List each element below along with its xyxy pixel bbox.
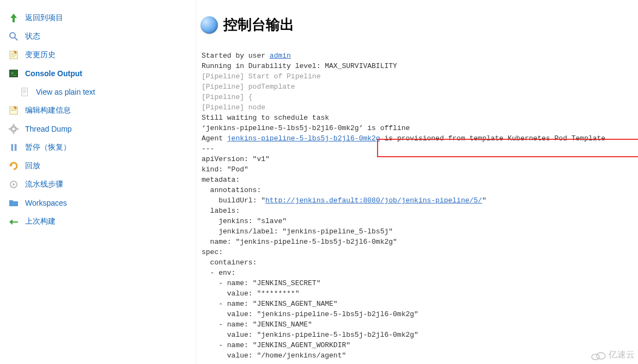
redo-arrow-icon: [8, 160, 20, 172]
page-heading: 控制台输出: [200, 15, 633, 34]
console-text: ‘jenkins-pipeline-5-lbs5j-b2jl6-0mk2g’ i…: [202, 124, 410, 132]
console-text: Agent: [202, 134, 227, 143]
sidebar-item-label: Thread Dump: [25, 125, 72, 133]
console-text: value: "jenkins-pipeline-5-lbs5j-b2jl6-0…: [202, 331, 418, 339]
sidebar-item-status[interactable]: 状态: [0, 27, 196, 46]
agent-link[interactable]: jenkins-pipeline-5-lbs5j-b2jl6-0mk2g: [227, 134, 380, 143]
sidebar-item-edit-build-info[interactable]: 编辑构建信息: [0, 101, 196, 120]
svg-rect-22: [11, 144, 14, 151]
console-text: ": [482, 196, 487, 205]
sidebar-item-label: Console Output: [25, 69, 82, 78]
sidebar-item-previous-build[interactable]: 上次构建: [0, 212, 196, 231]
gear-outline-icon: [8, 178, 20, 190]
console-text: is provisioned from template Kubernetes …: [380, 134, 605, 143]
sidebar-item-thread-dump[interactable]: Thread Dump: [0, 120, 196, 138]
console-text: buildUrl: ": [202, 196, 265, 205]
console-text: jenkins/label: "jenkins-pipeline_5-lbs5j…: [202, 227, 393, 236]
svg-text:>_: >_: [11, 71, 16, 76]
console-muted: [Pipeline] podTemplate: [202, 83, 295, 91]
console-text: Still waiting to schedule task: [202, 114, 329, 122]
console-text: annotations:: [202, 186, 261, 194]
sidebar-item-label: 回放: [25, 161, 40, 171]
console-muted: [Pipeline] {: [202, 93, 253, 101]
watermark: 亿速云: [590, 349, 635, 361]
notepad-icon: [8, 49, 20, 61]
svg-line-1: [15, 38, 17, 40]
up-arrow-icon: [8, 12, 20, 24]
console-text: kind: "Pod": [202, 165, 248, 174]
console-text: value: "/home/jenkins/agent": [202, 351, 346, 360]
console-muted: [Pipeline] node: [202, 103, 265, 112]
user-link[interactable]: admin: [270, 52, 291, 60]
notepad-pencil-icon: [8, 104, 20, 116]
sidebar-item-pipeline-steps[interactable]: 流水线步骤: [0, 175, 196, 194]
console-text: name: "jenkins-pipeline-5-lbs5j-b2jl6-0m…: [202, 238, 397, 246]
page-title: 控制台输出: [223, 15, 294, 34]
console-text: Running in Durability level: MAX_SURVIVA…: [202, 62, 397, 70]
sidebar-item-label: 变更历史: [25, 50, 56, 60]
svg-rect-23: [15, 144, 17, 151]
console-text: containers:: [202, 258, 257, 267]
sidebar-item-label: 状态: [25, 32, 40, 41]
search-icon: [8, 30, 20, 42]
console-text: - name: "JENKINS_SECRET": [202, 279, 320, 287]
document-icon: [19, 86, 31, 98]
console-text: - name: "JENKINS_AGENT_WORKDIR": [202, 341, 350, 349]
console-text: value: "********": [202, 289, 299, 298]
left-arrow-icon: [8, 215, 20, 227]
sidebar-item-label: View as plain text: [36, 88, 95, 96]
sidebar-item-pause-resume[interactable]: 暂停（恢复）: [0, 138, 196, 157]
sidebar-item-view-plain-text[interactable]: View as plain text: [0, 83, 196, 101]
sidebar-item-label: 编辑构建信息: [25, 106, 71, 115]
svg-point-0: [10, 33, 15, 38]
console-text: - name: "JENKINS_AGENT_NAME": [202, 300, 338, 308]
sidebar-item-label: 返回到项目: [25, 13, 63, 23]
console-text: apiVersion: "v1": [202, 155, 270, 163]
sidebar-item-label: 流水线步骤: [25, 180, 63, 189]
cloud-icon: [590, 350, 606, 361]
console-text: ---: [202, 145, 214, 153]
console-text: labels:: [202, 207, 240, 215]
console-text: jenkins: "slave": [202, 217, 287, 225]
sidebar-item-back-to-project[interactable]: 返回到项目: [0, 9, 196, 27]
sidebar: 返回到项目 状态 变更历史 >_ Console Output View as …: [0, 0, 196, 364]
sidebar-item-label: 上次构建: [25, 217, 56, 226]
sidebar-item-workspaces[interactable]: Workspaces: [0, 194, 196, 212]
console-text: - name: "JENKINS_NAME": [202, 320, 312, 329]
pause-icon: [8, 141, 20, 153]
console-text: value: "jenkins-pipeline-5-lbs5j-b2jl6-0…: [202, 310, 418, 318]
status-ball-icon: [200, 16, 218, 34]
content: 控制台输出 Started by user admin Running in D…: [196, 0, 638, 364]
terminal-icon: >_: [8, 67, 20, 79]
sidebar-item-replay[interactable]: 回放: [0, 157, 196, 175]
sidebar-item-console-output[interactable]: >_ Console Output: [0, 64, 196, 83]
svg-point-17: [13, 128, 15, 131]
console-text: Started by user: [202, 52, 270, 60]
sidebar-item-label: Workspaces: [25, 199, 67, 207]
console-text: metadata:: [202, 176, 240, 184]
sidebar-item-label: 暂停（恢复）: [25, 143, 71, 152]
folder-icon: [8, 197, 20, 209]
watermark-text: 亿速云: [609, 349, 635, 361]
console-text: - env:: [202, 269, 235, 277]
console-muted: [Pipeline] Start of Pipeline: [202, 72, 320, 81]
build-url-link[interactable]: http://jenkins.default:8080/job/jenkins-…: [265, 196, 482, 205]
console-text: spec:: [202, 248, 223, 256]
console-output-text: Started by user admin Running in Durabil…: [202, 51, 633, 361]
gear-icon: [8, 123, 20, 135]
svg-rect-9: [22, 88, 28, 96]
sidebar-item-changes[interactable]: 变更历史: [0, 46, 196, 64]
svg-point-25: [13, 183, 15, 186]
svg-point-27: [597, 353, 605, 359]
